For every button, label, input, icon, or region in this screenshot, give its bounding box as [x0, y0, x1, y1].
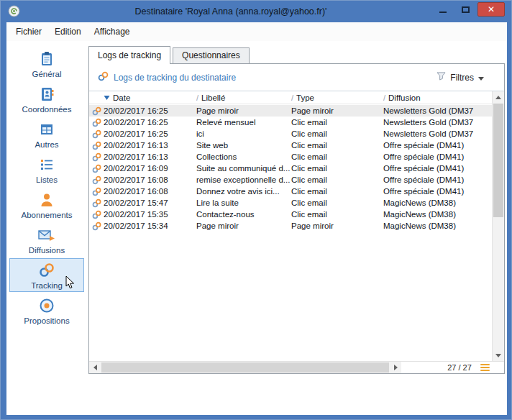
row-counter: 27 / 27	[434, 363, 485, 372]
column-header-libelle[interactable]: /Libellé	[196, 93, 291, 102]
grip-menu-icon[interactable]	[480, 364, 490, 371]
tracking-panel: Logs de tracking du destinataire Filtres…	[88, 63, 505, 374]
sidebar-item-label: Propositions	[24, 316, 69, 325]
chevron-down-icon	[478, 73, 484, 83]
clipboard-icon	[37, 50, 56, 68]
table-row[interactable]: 20/02/2017 15:35Contactez-nousClic email…	[89, 209, 492, 220]
scroll-right-button[interactable]	[390, 362, 401, 373]
cell-diffusion: Newsletters Gold (DM37	[383, 106, 492, 115]
table-row[interactable]: 20/02/2017 16:25Relevé mensuelClic email…	[89, 117, 492, 128]
minimize-button[interactable]	[433, 2, 453, 17]
cell-libelle: Page miroir	[196, 106, 291, 115]
tracking-logs-heading-label: Logs de tracking du destinataire	[114, 73, 236, 83]
column-header-type[interactable]: /Type	[291, 93, 383, 102]
table-row[interactable]: 20/02/2017 16:25iciClic emailNewsletters…	[89, 128, 492, 140]
tab-logs-de-tracking[interactable]: Logs de tracking	[88, 46, 170, 64]
filters-button[interactable]: Filtres	[434, 70, 487, 85]
sidebar-item-listes[interactable]: Listes	[9, 152, 84, 186]
column-header-label: Type	[296, 93, 314, 102]
window-body: FichierEditionAffichage GénéralCoordonné…	[6, 22, 507, 415]
menu-item-fichier[interactable]: Fichier	[9, 23, 48, 40]
cell-diffusion: Offre spéciale (DM41)	[383, 141, 492, 150]
horizontal-scrollbar[interactable]	[89, 362, 401, 373]
table-row[interactable]: 20/02/2017 15:47Lire la suiteClic emailM…	[89, 197, 492, 209]
cell-diffusion: Offre spéciale (DM41)	[383, 187, 492, 196]
sidebar-item-label: Autres	[35, 140, 58, 149]
horizontal-scroll-thumb[interactable]	[101, 362, 389, 373]
cell-date: 20/02/2017 16:25	[104, 129, 196, 138]
link-row-icon	[89, 175, 104, 185]
tab-questionnaires[interactable]: Questionnaires	[173, 47, 250, 63]
vertical-scroll-thumb[interactable]	[493, 104, 503, 217]
cell-diffusion: Newsletters Gold (DM37	[383, 118, 492, 127]
table-row[interactable]: 20/02/2017 16:09 Suite au communiqué d..…	[89, 163, 492, 174]
scroll-left-button[interactable]	[89, 362, 101, 373]
menu-item-edition[interactable]: Edition	[48, 23, 88, 40]
tab-bar: Logs de tracking Questionnaires	[88, 46, 252, 64]
cell-type: Clic email	[291, 175, 383, 184]
cell-date: 20/02/2017 16:13	[104, 152, 196, 161]
menu-item-affichage[interactable]: Affichage	[88, 23, 137, 40]
scroll-up-button[interactable]	[493, 91, 504, 103]
window-controls: ✕	[433, 2, 505, 17]
cell-type: Clic email	[291, 118, 383, 127]
cell-date: 20/02/2017 15:47	[104, 198, 196, 207]
sidebar-item-label: Coordonnées	[22, 105, 71, 114]
cell-libelle: Suite au communiqué d...	[196, 164, 291, 173]
link-icon	[37, 261, 56, 280]
filter-icon	[436, 72, 446, 83]
table-row[interactable]: 20/02/2017 16:08remise exceptionnelle d.…	[89, 174, 492, 186]
cell-libelle: Relevé mensuel	[196, 118, 291, 127]
cell-date: 20/02/2017 16:08	[104, 187, 196, 196]
cell-date: 20/02/2017 16:08	[104, 175, 196, 184]
link-row-icon	[89, 210, 104, 219]
cell-date: 20/02/2017 16:25	[104, 106, 196, 115]
cell-type: Clic email	[291, 152, 383, 161]
cell-libelle: Collections	[196, 152, 291, 161]
table-row[interactable]: 20/02/2017 15:34Page miroirPage miroirMa…	[89, 220, 492, 232]
slash-icon: /	[383, 93, 385, 102]
column-header-diffusion[interactable]: /Diffusion	[383, 93, 492, 102]
address-book-icon	[37, 85, 56, 104]
app-icon	[8, 5, 20, 17]
table-row[interactable]: 20/02/2017 16:13Site webClic emailOffre …	[89, 140, 492, 151]
sidebar-item-diffusions[interactable]: Diffusions	[9, 223, 84, 257]
table-row[interactable]: 20/02/2017 16:13CollectionsClic emailOff…	[89, 151, 492, 163]
scroll-down-button[interactable]	[493, 350, 504, 361]
table-row[interactable]: 20/02/2017 16:08Donnez votre avis ici...…	[89, 186, 492, 197]
sidebar-item-propositions[interactable]: Propositions	[9, 293, 84, 327]
vertical-scrollbar[interactable]	[492, 91, 504, 361]
grid-icon	[37, 120, 56, 139]
column-header-label: Libellé	[201, 93, 225, 102]
target-icon	[37, 296, 56, 315]
table-row[interactable]: 20/02/2017 16:25Page miroirPage miroirNe…	[89, 105, 492, 117]
sidebar-item-abonnements[interactable]: Abonnements	[9, 188, 84, 222]
table-body: 20/02/2017 16:25Page miroirPage miroirNe…	[89, 105, 492, 232]
cell-diffusion: Offre spéciale (DM41)	[383, 164, 492, 173]
cell-diffusion: Offre spéciale (DM41)	[383, 175, 492, 184]
table-header: Date/Libellé/Type/Diffusion	[89, 91, 492, 104]
link-row-icon	[89, 164, 104, 173]
sidebar-item-autres[interactable]: Autres	[9, 117, 84, 151]
arrow-down-icon	[495, 354, 501, 357]
tracking-link-icon	[98, 71, 109, 83]
cell-date: 20/02/2017 16:09	[104, 164, 196, 173]
title-bar[interactable]: Destinataire 'Royal Anna (anna.royal@yah…	[1, 1, 511, 22]
maximize-button[interactable]	[455, 2, 475, 17]
cell-date: 20/02/2017 16:13	[104, 141, 196, 150]
filters-label: Filtres	[450, 73, 474, 83]
panel-toolbar: Logs de tracking du destinataire Filtres	[89, 64, 504, 91]
arrow-up-icon	[495, 96, 501, 99]
cell-type: Page miroir	[291, 222, 383, 230]
link-row-icon	[89, 152, 104, 162]
sidebar-item-coordonnees[interactable]: Coordonnées	[9, 82, 84, 116]
close-button[interactable]: ✕	[477, 2, 505, 17]
sidebar-item-label: Général	[32, 70, 62, 78]
sidebar-item-general[interactable]: Général	[9, 47, 84, 81]
close-icon: ✕	[488, 5, 495, 14]
arrow-left-icon	[93, 365, 97, 370]
cell-libelle: ici	[196, 129, 291, 138]
cell-libelle: Site web	[196, 141, 291, 150]
person-icon	[37, 191, 56, 209]
column-header-date[interactable]: Date	[104, 93, 196, 102]
